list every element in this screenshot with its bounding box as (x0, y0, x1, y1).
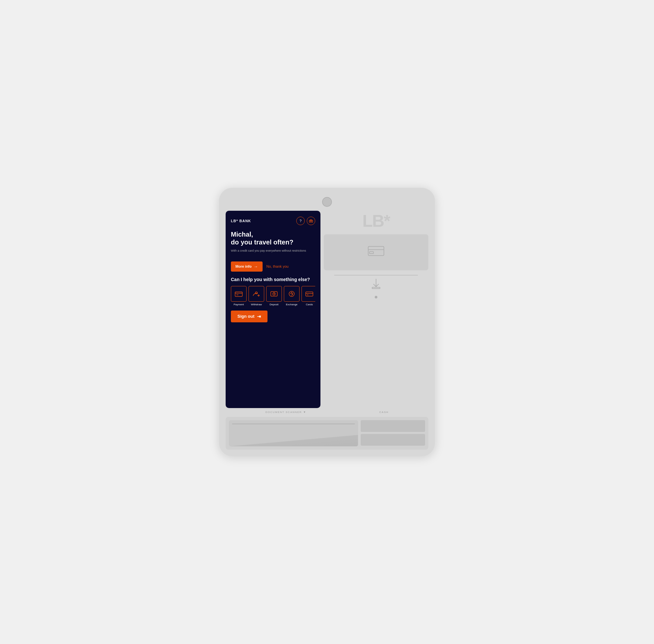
sign-out-button[interactable]: Sign out ⇥ (231, 310, 267, 322)
services-grid: Payment Withdraw (231, 286, 315, 306)
deposit-icon-box (266, 286, 282, 302)
payment-icon-box (231, 286, 246, 302)
arrow-icon: → (254, 264, 258, 269)
deposit-label: Deposit (269, 303, 278, 306)
card-reader-icon (367, 245, 385, 260)
camera-notch (322, 197, 332, 207)
svg-rect-0 (309, 220, 313, 223)
scanner-chevron-icon: ▼ (303, 411, 306, 414)
screen-header: LB* BANK ? (231, 216, 315, 225)
receipt-slot (229, 420, 358, 446)
exchange-icon-box (284, 286, 299, 302)
header-icons: ? (296, 216, 315, 225)
cash-label: CASH (379, 411, 388, 414)
no-thanks-button[interactable]: No, thank you (267, 264, 289, 268)
svg-rect-14 (372, 287, 380, 289)
svg-rect-7 (306, 292, 313, 296)
payment-label: Payment (234, 303, 244, 306)
cash-slots (361, 420, 425, 446)
card-reader-box (324, 234, 428, 270)
svg-rect-11 (368, 247, 384, 256)
promo-subtitle: With a credit card you pay everywhere wi… (231, 249, 315, 253)
bank-logo: LB* BANK (231, 219, 251, 223)
cards-icon-box (301, 286, 315, 302)
service-withdraw[interactable]: Withdraw (248, 286, 264, 306)
atm-screen: LB* BANK ? Michal, do you tr (226, 211, 320, 408)
withdraw-icon-box (248, 286, 264, 302)
promo-actions: More info → No, thank you (231, 261, 315, 272)
lb-brand-text: LB* (324, 211, 428, 231)
svg-point-1 (311, 221, 312, 222)
svg-rect-2 (235, 292, 242, 297)
help-button[interactable]: ? (296, 216, 305, 225)
more-info-button[interactable]: More info → (231, 261, 263, 272)
cash-slot-1 (361, 420, 425, 432)
service-cards[interactable]: Cards (301, 286, 315, 306)
service-deposit[interactable]: Deposit (266, 286, 282, 306)
cash-slot-2 (361, 434, 425, 446)
signout-icon: ⇥ (257, 314, 261, 319)
camera-button[interactable] (307, 216, 315, 225)
kiosk-device: LB* BANK ? Michal, do you tr (219, 188, 435, 456)
kiosk-main-area: LB* BANK ? Michal, do you tr (226, 211, 428, 408)
dot-indicator (375, 296, 377, 298)
exchange-label: Exchange (286, 303, 297, 306)
card-insert-area (324, 274, 428, 300)
withdraw-label: Withdraw (251, 303, 262, 306)
help-section-title: Can I help you with something else? (231, 277, 315, 282)
right-panel: LB* (324, 211, 428, 408)
document-scanner-label: DOCUMENT SCANNER ▼ (266, 411, 307, 414)
promo-title: Michal, do you travel often? (231, 230, 315, 246)
service-exchange[interactable]: Exchange (284, 286, 299, 306)
bottom-hardware (226, 417, 428, 450)
bottom-labels: DOCUMENT SCANNER ▼ CASH (226, 409, 428, 415)
promo-section: Michal, do you travel often? With a cred… (231, 230, 315, 253)
service-payment[interactable]: Payment (231, 286, 246, 306)
insert-card-icon (370, 277, 382, 293)
svg-rect-13 (369, 252, 373, 254)
cards-label: Cards (306, 303, 313, 306)
divider-line (334, 275, 418, 276)
